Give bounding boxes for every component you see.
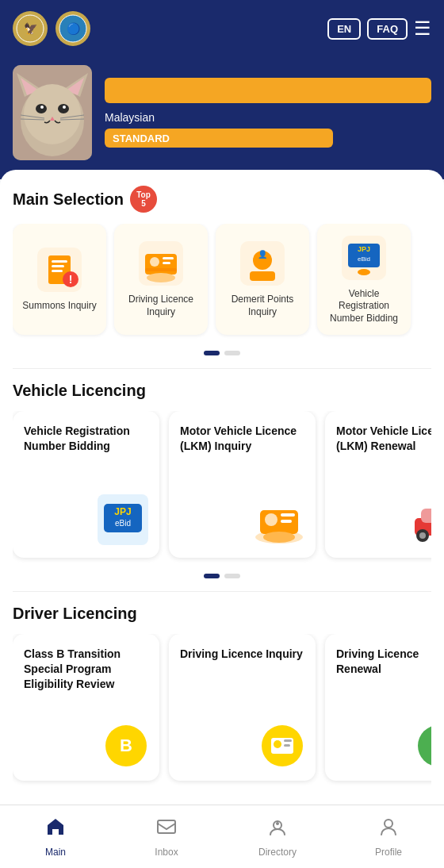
svg-rect-23 [52,265,64,267]
driver-licencing-title: Driver Licencing [13,605,137,623]
faq-button[interactable]: FAQ [367,18,408,40]
class-b-icon: B [24,724,148,768]
svg-point-33 [147,273,175,282]
bottom-navigation: Main Inbox Directory Pr [0,805,444,868]
main-selection-scroll[interactable]: ! Summons Inquiry [13,224,431,343]
motor-vehicle-licence-renewal-card[interactable]: Motor Vehicle Licence (LKM) Renewal [325,411,431,558]
svg-rect-67 [284,739,292,742]
driving-licence-renewal-icon: ✓ [336,724,431,768]
dot-1 [204,351,220,355]
motor-vehicle-licence-renewal-title: Motor Vehicle Licence (LKM) Renewal [336,424,431,454]
main-selection-title: Main Selection [13,190,124,209]
logo-2: 🔵 [56,11,90,46]
divider-1 [13,368,431,369]
svg-rect-24 [52,270,63,272]
svg-text:!: ! [69,273,73,286]
svg-point-73 [276,822,279,825]
svg-point-74 [385,820,392,828]
vehicle-licencing-dots [13,574,431,578]
vl-dot-2 [224,574,240,578]
divider-2 [13,591,431,592]
nav-main[interactable]: Main [0,805,111,868]
svg-text:🦅: 🦅 [24,22,38,36]
driver-licencing-scroll[interactable]: Class B Transition Special Program Eligi… [13,634,431,789]
nav-inbox[interactable]: Inbox [111,805,222,868]
main-selection-dots [13,351,431,355]
class-b-transition-card[interactable]: Class B Transition Special Program Eligi… [13,634,159,781]
summons-inquiry-card[interactable]: ! Summons Inquiry [13,224,106,335]
driving-licence-renewal-card[interactable]: Driving Licence Renewal ✓ [325,634,431,781]
svg-text:👤: 👤 [258,249,268,259]
driving-licence-inquiry-title-2: Driving Licence Inquiry [180,647,304,662]
top-number: 5 [141,199,146,208]
language-button[interactable]: EN [327,18,361,40]
dot-2 [224,351,240,355]
svg-text:eBid: eBid [358,255,370,263]
driver-licencing-cards-row: Class B Transition Special Program Eligi… [13,634,431,789]
svg-point-52 [263,532,295,543]
svg-text:✓: ✓ [430,732,431,756]
profile-banner: Malaysian STANDARD [0,57,444,179]
svg-rect-32 [145,268,177,271]
svg-point-11 [36,104,47,113]
summons-label: Summons Inquiry [22,300,96,313]
svg-point-12 [58,104,69,113]
svg-rect-50 [281,513,295,517]
demerit-icon: 👤 [239,240,286,287]
driving-licence-inquiry-card[interactable]: Driving Licence Inquiry [114,224,208,335]
svg-rect-51 [281,520,292,523]
nav-inbox-label: Inbox [155,847,178,858]
driving-licence-renewal-title: Driving Licence Renewal [336,647,431,677]
vehicle-licencing-scroll[interactable]: Vehicle Registration Number Bidding JPJ … [13,411,431,566]
svg-point-14 [63,106,66,109]
svg-rect-68 [284,744,290,747]
menu-button[interactable]: ☰ [414,17,431,40]
driving-licence-inquiry-card-2[interactable]: Driving Licence Inquiry [169,634,316,781]
class-b-title: Class B Transition Special Program Eligi… [24,647,148,692]
demerit-points-card[interactable]: 👤 Demerit Points Inquiry [216,224,309,335]
vehicle-reg-bidding-title: Vehicle Registration Number Bidding [24,424,148,454]
svg-point-49 [265,513,278,526]
svg-point-42 [358,269,370,275]
nav-main-label: Main [45,847,66,858]
main-selection-header: Main Selection Top 5 [13,186,431,213]
svg-point-29 [150,257,159,267]
vehicle-licencing-title: Vehicle Licencing [13,382,146,400]
svg-text:JPJ: JPJ [358,245,370,253]
svg-rect-71 [158,820,175,833]
logo-1: 🦅 [13,11,48,46]
svg-point-10 [24,84,81,144]
profile-icon [377,816,400,843]
vehicle-reg-label: Vehicle Registration Number Bidding [325,288,403,325]
driving-licence-label: Driving Licence Inquiry [122,294,200,318]
svg-text:JPJ: JPJ [114,506,131,517]
standard-bar: STANDARD [105,129,333,148]
vehicle-registration-card[interactable]: JPJ eBid Vehicle Registration Number Bid… [317,224,411,335]
header: 🦅 🔵 EN FAQ ☰ [0,0,444,57]
profile-info: Malaysian STANDARD [105,78,431,148]
main-cards-row: ! Summons Inquiry [13,224,431,343]
demerit-label: Demerit Points Inquiry [224,294,301,318]
header-badges: EN FAQ ☰ [327,17,431,40]
vehicle-reg-icon: JPJ eBid [340,234,388,282]
vehicle-reg-bidding-card[interactable]: Vehicle Registration Number Bidding JPJ … [13,411,159,558]
motor-vehicle-licence-inquiry-title: Motor Vehicle Licence (LKM) Inquiry [180,424,304,454]
svg-point-66 [274,740,281,748]
nav-directory-label: Directory [258,847,297,858]
svg-rect-30 [163,257,174,259]
svg-rect-28 [145,254,177,275]
driver-licencing-header: Driver Licencing [13,605,431,623]
motor-vehicle-licence-inquiry-card[interactable]: Motor Vehicle Licence (LKM) Inquiry [169,411,316,558]
svg-rect-22 [52,260,67,263]
svg-rect-31 [163,262,170,264]
vehicle-reg-bidding-icon: JPJ eBid [24,494,148,545]
nav-directory[interactable]: Directory [222,805,333,868]
svg-rect-37 [250,271,275,281]
motor-vehicle-licence-renewal-icon [336,494,431,545]
top-badge: Top 5 [130,186,157,213]
nav-profile[interactable]: Profile [333,805,444,868]
inbox-icon [155,816,178,843]
driving-licence-icon [137,240,185,287]
directory-icon [266,816,289,843]
standard-label: STANDARD [113,133,170,144]
